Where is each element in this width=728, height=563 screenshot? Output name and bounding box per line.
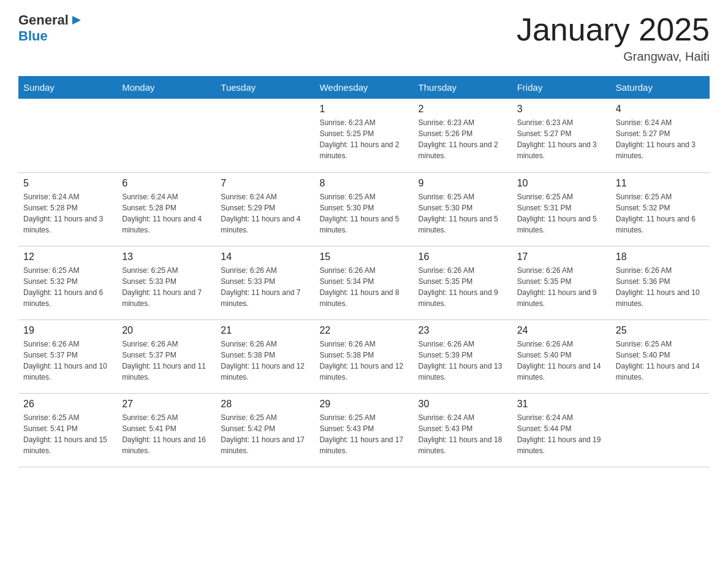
calendar-week-row: 19Sunrise: 6:26 AM Sunset: 5:37 PM Dayli… bbox=[18, 320, 710, 393]
day-number: 25 bbox=[616, 325, 705, 336]
day-info: Sunrise: 6:25 AM Sunset: 5:40 PM Dayligh… bbox=[616, 339, 705, 383]
day-number: 7 bbox=[221, 178, 309, 189]
day-info: Sunrise: 6:26 AM Sunset: 5:38 PM Dayligh… bbox=[319, 339, 408, 383]
location: Grangwav, Haiti bbox=[517, 50, 710, 64]
day-number: 1 bbox=[319, 104, 408, 115]
day-info: Sunrise: 6:25 AM Sunset: 5:43 PM Dayligh… bbox=[319, 412, 408, 456]
header-saturday: Saturday bbox=[611, 76, 710, 99]
title-section: January 2025 Grangwav, Haiti bbox=[517, 12, 710, 64]
table-row bbox=[216, 99, 314, 172]
calendar-week-row: 1Sunrise: 6:23 AM Sunset: 5:25 PM Daylig… bbox=[18, 99, 710, 172]
day-info: Sunrise: 6:23 AM Sunset: 5:25 PM Dayligh… bbox=[319, 117, 408, 161]
calendar-week-row: 5Sunrise: 6:24 AM Sunset: 5:28 PM Daylig… bbox=[18, 172, 710, 246]
page-header: General Blue January 2025 Grangwav, Hait… bbox=[18, 12, 710, 64]
day-info: Sunrise: 6:26 AM Sunset: 5:36 PM Dayligh… bbox=[616, 265, 705, 309]
day-number: 10 bbox=[517, 178, 606, 189]
day-info: Sunrise: 6:26 AM Sunset: 5:35 PM Dayligh… bbox=[419, 265, 507, 309]
table-row: 7Sunrise: 6:24 AM Sunset: 5:29 PM Daylig… bbox=[216, 172, 314, 246]
header-tuesday: Tuesday bbox=[216, 76, 314, 99]
day-info: Sunrise: 6:25 AM Sunset: 5:30 PM Dayligh… bbox=[319, 191, 408, 236]
calendar-table: Sunday Monday Tuesday Wednesday Thursday… bbox=[18, 76, 710, 467]
table-row: 18Sunrise: 6:26 AM Sunset: 5:36 PM Dayli… bbox=[611, 246, 710, 320]
table-row: 17Sunrise: 6:26 AM Sunset: 5:35 PM Dayli… bbox=[512, 246, 611, 320]
table-row: 9Sunrise: 6:25 AM Sunset: 5:30 PM Daylig… bbox=[414, 172, 512, 246]
day-number: 21 bbox=[221, 325, 309, 336]
day-info: Sunrise: 6:24 AM Sunset: 5:27 PM Dayligh… bbox=[616, 117, 705, 161]
day-info: Sunrise: 6:26 AM Sunset: 5:37 PM Dayligh… bbox=[122, 339, 211, 383]
table-row: 16Sunrise: 6:26 AM Sunset: 5:35 PM Dayli… bbox=[414, 246, 512, 320]
day-number: 28 bbox=[221, 399, 309, 410]
day-info: Sunrise: 6:26 AM Sunset: 5:38 PM Dayligh… bbox=[221, 339, 309, 383]
day-number: 15 bbox=[319, 251, 408, 262]
table-row: 4Sunrise: 6:24 AM Sunset: 5:27 PM Daylig… bbox=[611, 99, 710, 172]
header-sunday: Sunday bbox=[18, 76, 117, 99]
table-row: 30Sunrise: 6:24 AM Sunset: 5:43 PM Dayli… bbox=[414, 393, 512, 467]
logo-arrow-icon bbox=[70, 13, 83, 27]
day-info: Sunrise: 6:23 AM Sunset: 5:26 PM Dayligh… bbox=[419, 117, 507, 161]
table-row: 6Sunrise: 6:24 AM Sunset: 5:28 PM Daylig… bbox=[117, 172, 216, 246]
day-number: 6 bbox=[122, 178, 211, 189]
day-info: Sunrise: 6:24 AM Sunset: 5:28 PM Dayligh… bbox=[23, 191, 112, 236]
day-info: Sunrise: 6:26 AM Sunset: 5:33 PM Dayligh… bbox=[221, 265, 309, 309]
day-info: Sunrise: 6:25 AM Sunset: 5:30 PM Dayligh… bbox=[419, 191, 507, 236]
table-row: 25Sunrise: 6:25 AM Sunset: 5:40 PM Dayli… bbox=[611, 320, 710, 393]
table-row bbox=[18, 99, 117, 172]
day-number: 22 bbox=[319, 325, 408, 336]
day-number: 13 bbox=[122, 251, 211, 262]
day-info: Sunrise: 6:24 AM Sunset: 5:43 PM Dayligh… bbox=[419, 412, 507, 456]
month-title: January 2025 bbox=[517, 12, 710, 47]
logo-blue-text: Blue bbox=[18, 28, 48, 44]
day-number: 5 bbox=[23, 178, 112, 189]
calendar-week-row: 26Sunrise: 6:25 AM Sunset: 5:41 PM Dayli… bbox=[18, 393, 710, 467]
day-number: 29 bbox=[319, 399, 408, 410]
table-row bbox=[117, 99, 216, 172]
table-row: 26Sunrise: 6:25 AM Sunset: 5:41 PM Dayli… bbox=[18, 393, 117, 467]
day-info: Sunrise: 6:25 AM Sunset: 5:31 PM Dayligh… bbox=[517, 191, 606, 236]
table-row bbox=[611, 393, 710, 467]
table-row: 20Sunrise: 6:26 AM Sunset: 5:37 PM Dayli… bbox=[117, 320, 216, 393]
header-friday: Friday bbox=[512, 76, 611, 99]
table-row: 12Sunrise: 6:25 AM Sunset: 5:32 PM Dayli… bbox=[18, 246, 117, 320]
header-wednesday: Wednesday bbox=[314, 76, 413, 99]
table-row: 1Sunrise: 6:23 AM Sunset: 5:25 PM Daylig… bbox=[314, 99, 413, 172]
day-info: Sunrise: 6:24 AM Sunset: 5:44 PM Dayligh… bbox=[517, 412, 606, 456]
table-row: 13Sunrise: 6:25 AM Sunset: 5:33 PM Dayli… bbox=[117, 246, 216, 320]
day-number: 3 bbox=[517, 104, 606, 115]
day-number: 20 bbox=[122, 325, 211, 336]
day-info: Sunrise: 6:25 AM Sunset: 5:32 PM Dayligh… bbox=[616, 191, 705, 236]
day-number: 2 bbox=[419, 104, 507, 115]
day-number: 26 bbox=[23, 399, 112, 410]
day-number: 9 bbox=[419, 178, 507, 189]
day-number: 8 bbox=[319, 178, 408, 189]
table-row: 15Sunrise: 6:26 AM Sunset: 5:34 PM Dayli… bbox=[314, 246, 413, 320]
table-row: 27Sunrise: 6:25 AM Sunset: 5:41 PM Dayli… bbox=[117, 393, 216, 467]
day-info: Sunrise: 6:26 AM Sunset: 5:39 PM Dayligh… bbox=[419, 339, 507, 383]
day-info: Sunrise: 6:25 AM Sunset: 5:42 PM Dayligh… bbox=[221, 412, 309, 456]
table-row: 22Sunrise: 6:26 AM Sunset: 5:38 PM Dayli… bbox=[314, 320, 413, 393]
day-number: 16 bbox=[419, 251, 507, 262]
header-monday: Monday bbox=[117, 76, 216, 99]
table-row: 11Sunrise: 6:25 AM Sunset: 5:32 PM Dayli… bbox=[611, 172, 710, 246]
day-info: Sunrise: 6:25 AM Sunset: 5:41 PM Dayligh… bbox=[122, 412, 211, 456]
table-row: 8Sunrise: 6:25 AM Sunset: 5:30 PM Daylig… bbox=[314, 172, 413, 246]
day-info: Sunrise: 6:25 AM Sunset: 5:32 PM Dayligh… bbox=[23, 265, 112, 309]
day-number: 23 bbox=[419, 325, 507, 336]
table-row: 21Sunrise: 6:26 AM Sunset: 5:38 PM Dayli… bbox=[216, 320, 314, 393]
header-thursday: Thursday bbox=[414, 76, 512, 99]
day-number: 19 bbox=[23, 325, 112, 336]
day-info: Sunrise: 6:23 AM Sunset: 5:27 PM Dayligh… bbox=[517, 117, 606, 161]
day-number: 4 bbox=[616, 104, 705, 115]
day-number: 24 bbox=[517, 325, 606, 336]
day-number: 31 bbox=[517, 399, 606, 410]
table-row: 19Sunrise: 6:26 AM Sunset: 5:37 PM Dayli… bbox=[18, 320, 117, 393]
table-row: 5Sunrise: 6:24 AM Sunset: 5:28 PM Daylig… bbox=[18, 172, 117, 246]
svg-marker-0 bbox=[72, 16, 81, 25]
day-number: 17 bbox=[517, 251, 606, 262]
table-row: 10Sunrise: 6:25 AM Sunset: 5:31 PM Dayli… bbox=[512, 172, 611, 246]
day-info: Sunrise: 6:26 AM Sunset: 5:34 PM Dayligh… bbox=[319, 265, 408, 309]
day-info: Sunrise: 6:24 AM Sunset: 5:28 PM Dayligh… bbox=[122, 191, 211, 236]
table-row: 29Sunrise: 6:25 AM Sunset: 5:43 PM Dayli… bbox=[314, 393, 413, 467]
table-row: 2Sunrise: 6:23 AM Sunset: 5:26 PM Daylig… bbox=[414, 99, 512, 172]
logo: General Blue bbox=[18, 12, 83, 44]
day-info: Sunrise: 6:26 AM Sunset: 5:40 PM Dayligh… bbox=[517, 339, 606, 383]
